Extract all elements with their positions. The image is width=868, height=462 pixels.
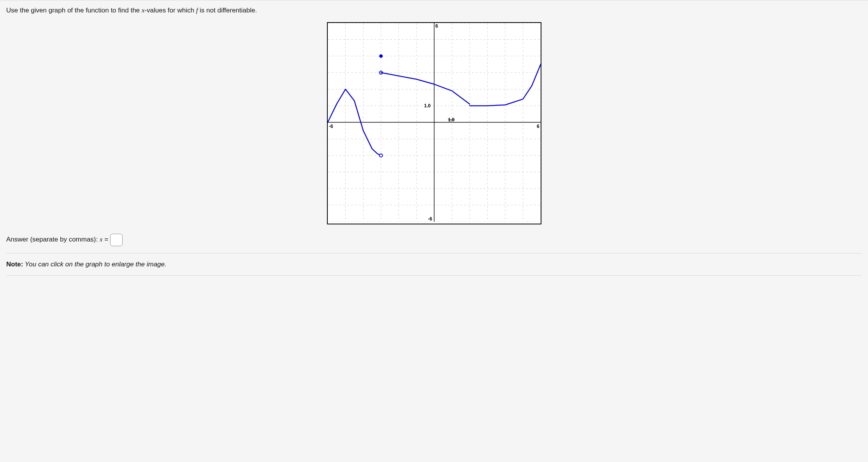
question-prefix: Use the given graph of the function to f…: [6, 7, 142, 14]
graph-container: -661.06-61.0: [6, 22, 862, 224]
answer-input[interactable]: [110, 234, 123, 246]
svg-text:6: 6: [537, 123, 539, 129]
separator-1: [6, 253, 862, 254]
svg-text:-6: -6: [329, 123, 333, 129]
question-mid: -values for which: [144, 7, 196, 14]
svg-text:1.0: 1.0: [448, 117, 455, 122]
problem-page: Use the given graph of the function to f…: [0, 0, 868, 290]
separator-2: [6, 275, 862, 276]
answer-row: Answer (separate by commas): x =: [6, 234, 862, 246]
graph-frame[interactable]: -661.06-61.0: [327, 22, 541, 224]
svg-point-35: [379, 54, 383, 58]
answer-equals: =: [103, 236, 110, 243]
svg-point-34: [379, 154, 382, 157]
function-graph: -661.06-61.0: [328, 23, 541, 222]
question-text: Use the given graph of the function to f…: [6, 6, 862, 15]
note-bold: Note:: [6, 261, 23, 268]
svg-text:-6: -6: [428, 216, 432, 222]
svg-text:1.0: 1.0: [424, 103, 430, 108]
answer-var-x: x: [100, 236, 103, 243]
svg-text:6: 6: [435, 23, 438, 29]
note-italic: You can click on the graph to enlarge th…: [23, 261, 166, 268]
question-suffix: is not differentiable.: [198, 7, 257, 14]
answer-label: Answer (separate by commas):: [6, 236, 100, 243]
note-row: Note: You can click on the graph to enla…: [6, 261, 862, 268]
